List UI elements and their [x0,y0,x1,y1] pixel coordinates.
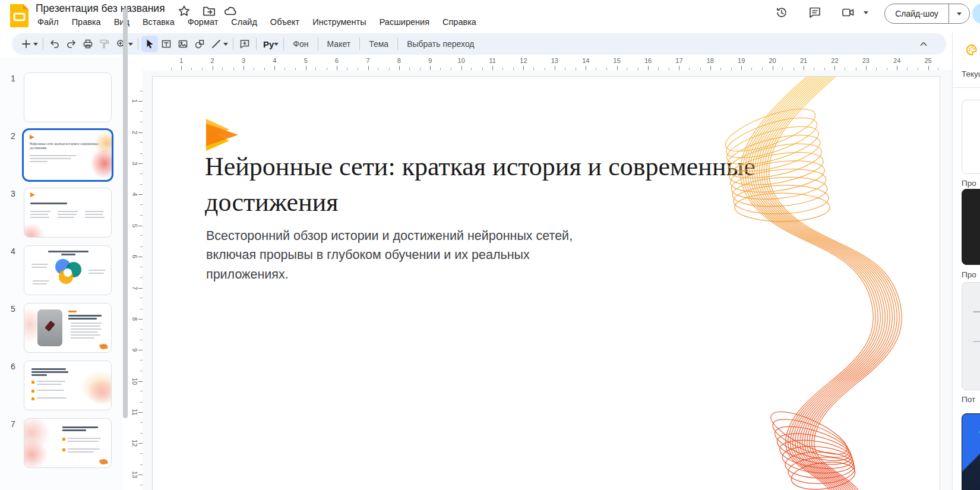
ruler-mark: 6 [127,241,143,272]
menu-item[interactable]: Правка [65,15,108,29]
menu-item[interactable]: Файл [31,15,65,29]
palette-icon[interactable] [965,43,978,56]
ruler-mark: 4 [127,179,143,210]
ruler-mark: 8 [384,57,415,70]
redo-button[interactable] [63,36,80,52]
ruler-mark: 25 [912,57,943,70]
zoom-caret[interactable] [128,43,133,46]
horizontal-ruler: 1 2 3 4 5 6 7 8 9 10 11 12 13 14 15 16 1… [143,57,952,70]
main-toolbar: Pу Фон Макет Тема Выбрать переход [12,33,946,55]
paint-format-button[interactable] [96,36,113,52]
cursor-icon [144,38,156,50]
ruler-mark: 10 [127,366,143,397]
add-comment-icon [239,38,251,50]
ruler-mark: 5 [290,57,321,70]
slide-thumbnail[interactable] [24,361,112,410]
image-icon [177,38,189,50]
menu-item[interactable]: Инструменты [306,15,372,29]
ruler-mark: 13 [539,57,570,70]
menu-item[interactable]: Расширения [373,15,436,29]
layout-button[interactable]: Макет [321,39,357,49]
slide-number: 1 [11,74,15,83]
filmstrip-slide-3[interactable]: 3 [0,188,122,238]
insert-line-button[interactable] [208,36,225,52]
insert-shape-button[interactable] [191,36,208,52]
comments-icon[interactable] [808,5,822,20]
filmstrip-slide-1[interactable]: 1 [0,72,122,122]
pen-tool-button[interactable]: Pу [260,39,275,49]
ruler-mark: 2 [127,116,143,147]
ruler-mark: 5 [127,210,143,241]
filmstrip-slide-6[interactable]: 6 [0,361,122,410]
textbox-icon [160,38,172,50]
menu-item[interactable]: Формат [181,15,225,29]
slideshow-button[interactable]: Слайд-шоу [884,4,970,24]
transition-button[interactable]: Выбрать переход [401,39,480,49]
menu-item[interactable]: Вставка [136,15,181,29]
ruler-mark: 13 [127,459,143,490]
select-tool-button[interactable] [141,36,158,52]
theme-current-thumbnail[interactable] [962,100,980,174]
insert-image-button[interactable] [175,36,191,52]
undo-button[interactable] [46,36,63,52]
new-slide-caret[interactable] [33,43,38,46]
theme-label: Про [962,270,976,279]
slide-thumbnail[interactable] [24,188,112,238]
menu-item[interactable]: Вид [108,15,136,29]
theme-dark-thumbnail[interactable] [962,189,980,265]
filmstrip-slide-4[interactable]: 4 [0,245,122,295]
meet-camera-icon[interactable] [841,5,855,20]
slide-thumbnail-selected[interactable]: Нейронные сети: краткая история и соврем… [24,130,112,180]
document-title[interactable]: Презентация без названия [36,2,165,15]
add-comment-button[interactable] [236,36,253,52]
mini-leaf [99,458,108,465]
ruler-mark: 1 [127,86,143,116]
slide-subtitle-textbox[interactable]: Всесторонний обзор истории и достижений … [206,226,605,284]
filmstrip-scrollbar[interactable] [123,8,128,418]
slideshow-label: Слайд-шоу [885,9,949,18]
slide-thumbnail[interactable] [24,72,112,122]
ruler-mark: 12 [127,428,143,459]
line-icon [210,38,222,50]
slide-thumbnail[interactable] [24,418,112,468]
ruler-mark: 11 [127,397,143,428]
filmstrip-slide-2[interactable]: 2 Нейронные сети: краткая история и совр… [0,130,122,180]
ruler-mark: 2 [197,57,227,70]
mini-leaf [99,343,108,350]
theme-button[interactable]: Тема [363,39,394,49]
theme-sidebar: Текущ Про Про Пот [952,33,980,490]
play-logo-icon [206,118,239,151]
theme-light-thumbnail[interactable] [962,282,980,390]
canvas-workspace: Нейронные сети: краткая история и соврем… [143,70,952,490]
slideshow-dropdown[interactable] [949,4,969,23]
print-button[interactable] [80,36,96,52]
paint-roller-icon [99,38,110,50]
new-slide-button[interactable] [18,36,34,52]
ruler-mark: 14 [570,57,601,70]
theme-blue-thumbnail[interactable] [962,413,980,490]
pen-tool-caret[interactable] [274,43,279,46]
menu-item[interactable]: Объект [264,15,306,29]
slide-thumbnail[interactable] [24,303,112,353]
collapse-toolbar-icon[interactable] [915,36,932,52]
ruler-mark: 19 [726,57,757,70]
ruler-mark: 24 [881,57,912,70]
filmstrip-slide-5[interactable]: 5 [0,303,122,353]
slide-canvas[interactable]: Нейронные сети: краткая история и соврем… [152,76,940,490]
menu-item[interactable]: Справка [436,15,483,29]
slide-number: 2 [11,131,15,141]
menu-bar: Файл Правка Вид Вставка Формат Слайд Объ… [31,15,483,29]
ruler-mark: 7 [127,272,143,303]
ruler-mark: 17 [663,57,694,70]
slide-thumbnail[interactable] [24,245,112,295]
filmstrip-slide-7[interactable]: 7 [0,418,122,468]
background-button[interactable]: Фон [287,39,314,49]
version-history-icon[interactable] [774,5,789,20]
line-caret[interactable] [223,43,228,46]
meet-dropdown-caret[interactable] [864,11,868,14]
avatar[interactable] [972,4,980,24]
shape-icon [194,38,206,50]
textbox-button[interactable] [158,36,175,52]
slides-logo-icon[interactable] [9,3,30,29]
menu-item[interactable]: Слайд [225,15,264,29]
